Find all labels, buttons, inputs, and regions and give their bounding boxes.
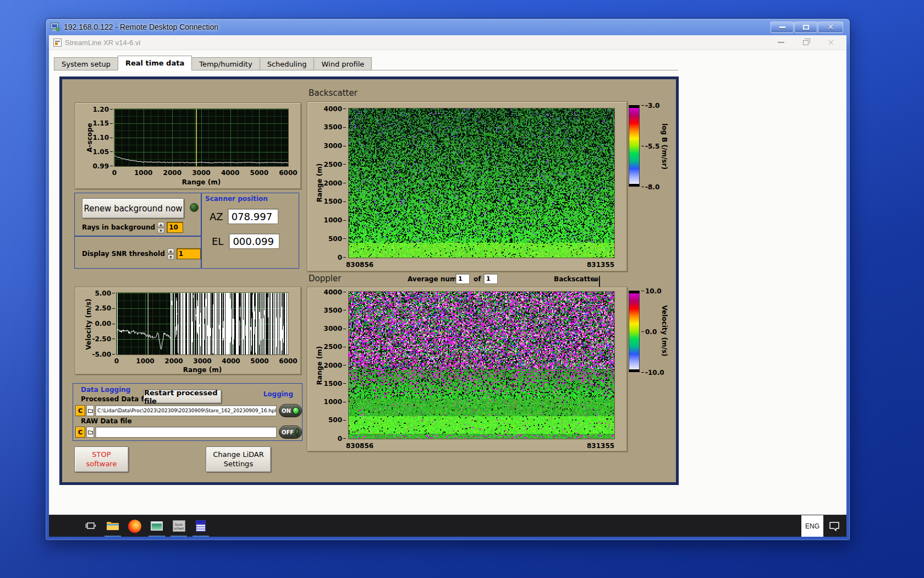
rays-spinner[interactable]: ▲▼ — [157, 222, 164, 233]
firefox-button[interactable] — [124, 515, 146, 537]
doppler-x-start-label: 830856 — [346, 442, 373, 450]
change-lidar-settings-button[interactable]: Change LiDAR Settings — [206, 446, 271, 472]
rays-value-field[interactable]: 10 — [167, 222, 183, 233]
streamline-app-button[interactable] — [146, 515, 168, 537]
axis-tick-label: 1.20 — [92, 109, 113, 110]
raw-browse-button[interactable] — [86, 427, 94, 438]
axis-tick-label: 1.10 — [92, 138, 113, 138]
processed-logging-toggle[interactable]: ON — [279, 404, 302, 417]
ascope-plot[interactable] — [114, 108, 289, 167]
axis-tick-label: 3000 — [324, 146, 346, 146]
tab-real-time-data[interactable]: Real time data — [118, 56, 192, 70]
spinner-down-icon[interactable]: ▼ — [167, 254, 174, 260]
average-number-field[interactable]: 1 — [455, 274, 470, 284]
raw-logging-toggle[interactable]: OFF — [279, 426, 302, 439]
folder-icon — [88, 430, 93, 434]
remote-session: StreamLine XR v14-6.vi × System setup Re… — [49, 35, 846, 537]
axis-tick-label: 2000 — [324, 183, 346, 183]
axis-tick-label: -5.00 — [92, 354, 115, 355]
axis-tick-label: 3500 — [324, 127, 346, 128]
action-center-icon[interactable] — [829, 521, 840, 531]
rdp-close-button[interactable]: ✕ — [818, 21, 843, 33]
tab-temp-humidity[interactable]: Temp/humidity — [191, 57, 260, 70]
axis-tick-label: 0 — [338, 438, 346, 439]
backscatter-doppler-toggle[interactable] — [599, 276, 600, 287]
backscatter-plot-group: Range (m) 400035003000250020001500100050… — [307, 101, 628, 272]
axis-tick-label: 2500 — [324, 164, 346, 165]
app-titlebar[interactable]: StreamLine XR v14-6.vi × — [49, 35, 846, 50]
app-window-title: StreamLine XR v14-6.vi — [65, 39, 140, 47]
tab-scheduling[interactable]: Scheduling — [260, 57, 315, 70]
language-indicator[interactable]: ENG — [801, 515, 823, 537]
file-explorer-button[interactable] — [102, 515, 124, 537]
el-label: EL — [212, 236, 223, 247]
colorbar-tick-label: -3.0 — [641, 105, 659, 106]
firefox-icon — [128, 520, 141, 533]
tab-system-setup[interactable]: System setup — [54, 57, 118, 70]
processed-browse-button[interactable] — [86, 405, 94, 416]
axis-tick-label: 0.00 — [95, 324, 115, 324]
task-view-button[interactable] — [80, 515, 102, 537]
processed-drive-selector[interactable]: C — [75, 405, 85, 416]
restart-processed-file-button[interactable]: Restart processed file — [144, 390, 222, 403]
file-explorer-icon — [106, 521, 119, 531]
doppler-plot[interactable] — [348, 291, 615, 439]
axis-tick-label: 3500 — [324, 310, 346, 310]
running-indicator — [170, 536, 187, 537]
running-indicator — [148, 536, 165, 537]
colorbar-tick-label: 10.0 — [641, 291, 662, 291]
rdp-window: 192.168.0.122 - Remote Desktop Connectio… — [45, 18, 850, 541]
doppler-colorbar-label: Velocity (m/s) — [661, 301, 668, 361]
tab-wind-profile[interactable]: Wind profile — [314, 57, 372, 70]
taskbar: Scansched ENG — [49, 515, 846, 537]
snr-value-field[interactable]: 1 — [177, 248, 201, 259]
scan-scheduler-icon: Scansched — [173, 520, 185, 532]
colorbar-tick-label: -10.0 — [641, 372, 664, 373]
doppler-plot-group: Range (m) 400035003000250020001500100050… — [307, 287, 628, 452]
spinner-up-icon[interactable]: ▲ — [157, 222, 164, 227]
data-logging-title: Data Logging — [81, 386, 130, 394]
velocity-plot[interactable] — [116, 292, 289, 355]
doppler-colorbar-ticks: 10.00.0-10.0 — [641, 291, 674, 372]
axis-tick-label: 1500 — [324, 201, 346, 202]
backscatter-y-axis-label: Range (m) — [316, 155, 323, 210]
ascope-x-axis-label: Range (m) — [114, 178, 288, 186]
axis-tick-label: 1.15 — [92, 123, 113, 124]
raw-drive-selector[interactable]: C — [75, 427, 85, 438]
spinner-up-icon[interactable]: ▲ — [167, 248, 174, 254]
snr-spinner[interactable]: ▲▼ — [167, 248, 174, 259]
backscatter-plot[interactable] — [348, 108, 615, 258]
backscatter-y-ticks: 40003500300025002000150010005000 — [324, 108, 346, 258]
stop-software-button[interactable]: STOP software — [74, 446, 129, 472]
rdp-minimize-button[interactable] — [771, 21, 794, 33]
app-minimize-icon[interactable] — [778, 42, 784, 43]
rdp-titlebar[interactable]: 192.168.0.122 - Remote Desktop Connectio… — [46, 19, 850, 35]
axis-tick-label: 4000 — [324, 292, 346, 292]
processed-path-field[interactable]: C:\Lidar\Data\Proc\2023\202309\20230909\… — [95, 405, 277, 416]
spinner-down-icon[interactable]: ▼ — [157, 228, 164, 233]
colorbar-tick-label: -5.5 — [641, 146, 659, 146]
average-total-field[interactable]: 1 — [483, 274, 498, 284]
panel-frame: A-scope 1.201.151.101.050.99 01000200030… — [60, 77, 678, 484]
app-restore-icon[interactable] — [803, 40, 809, 45]
doppler-section-title: Doppler — [309, 274, 341, 283]
logging-label: Logging — [263, 390, 293, 398]
raw-path-field[interactable] — [95, 427, 277, 438]
maximize-icon — [803, 25, 809, 30]
app-close-icon[interactable]: × — [827, 39, 834, 47]
data-logging-box: Data Logging Processed Data file Restart… — [73, 383, 302, 441]
axis-tick-label: -2.50 — [92, 339, 115, 339]
axis-tick-label: 500 — [328, 238, 346, 239]
running-indicator — [193, 536, 209, 537]
velocity-x-axis-label: Range (m) — [117, 366, 288, 374]
week-planner-button[interactable] — [190, 515, 212, 537]
backscatter-x-start-label: 830856 — [346, 261, 373, 269]
scan-scheduler-button[interactable]: Scansched — [168, 515, 190, 537]
axis-tick-label: 3000 — [324, 329, 346, 329]
axis-tick-label: 500 — [328, 420, 346, 421]
renew-background-button[interactable]: Renew background now — [82, 198, 184, 219]
rdp-maximize-button[interactable] — [794, 21, 817, 33]
axis-tick-label: 5.00 — [95, 293, 115, 293]
close-icon: ✕ — [827, 23, 834, 31]
ascope-x-ticks: 0100020003000400050006000 — [114, 169, 288, 177]
